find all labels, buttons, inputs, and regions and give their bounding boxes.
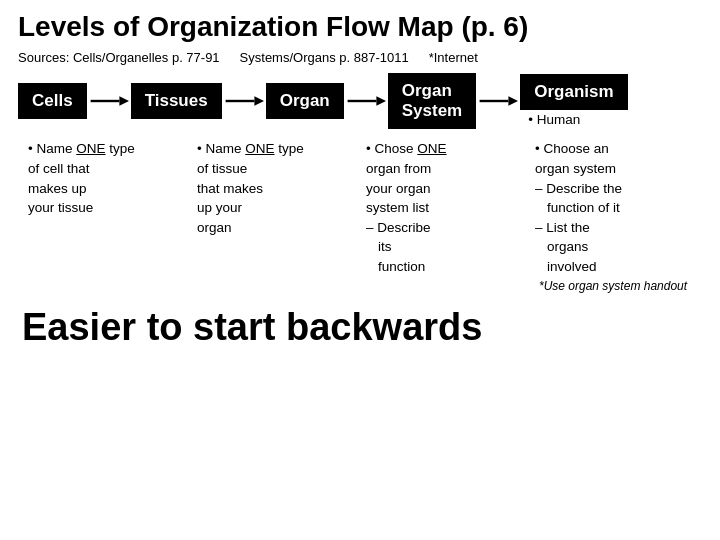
sources-mid: Systems/Organs p. 887-1011 bbox=[240, 50, 409, 65]
flow-box-organism: Organism bbox=[520, 74, 627, 110]
page-title: Levels of Organization Flow Map (p. 6) bbox=[18, 10, 702, 44]
bottom-text: Easier to start backwards bbox=[18, 306, 702, 349]
arrow-2 bbox=[224, 87, 264, 115]
svg-marker-5 bbox=[376, 96, 386, 106]
organism-human: • Human bbox=[520, 112, 580, 127]
sources-left: Sources: Cells/Organelles p. 77-91 bbox=[18, 50, 220, 65]
arrow-1 bbox=[89, 87, 129, 115]
flow-box-organ-system: OrganSystem bbox=[388, 73, 476, 130]
bullet-col-cells: Name ONE typeof cell thatmakes upyour ti… bbox=[22, 139, 191, 295]
flow-box-tissues: Tissues bbox=[131, 83, 222, 119]
arrow-3 bbox=[346, 87, 386, 115]
bullet-col-organ: Chose ONEorgan fromyour organsystem list… bbox=[360, 139, 529, 295]
sources-right: *Internet bbox=[429, 50, 478, 65]
svg-marker-7 bbox=[509, 96, 519, 106]
bullet-section: Name ONE typeof cell thatmakes upyour ti… bbox=[18, 139, 702, 295]
bullet-col-tissues: Name ONE typeof tissuethat makesup youro… bbox=[191, 139, 360, 295]
flow-box-cells: Cells bbox=[18, 83, 87, 119]
flow-diagram: Cells Tissues Organ OrganSystem Organism bbox=[18, 73, 702, 130]
svg-marker-1 bbox=[119, 96, 129, 106]
bullet-col-organ-system: Choose anorgan system– Describe thefunct… bbox=[529, 139, 698, 295]
footnote: Use organ system handout bbox=[539, 278, 692, 295]
flow-box-organ: Organ bbox=[266, 83, 344, 119]
arrow-4 bbox=[478, 87, 518, 115]
sources-row: Sources: Cells/Organelles p. 77-91 Syste… bbox=[18, 50, 702, 65]
svg-marker-3 bbox=[254, 96, 264, 106]
